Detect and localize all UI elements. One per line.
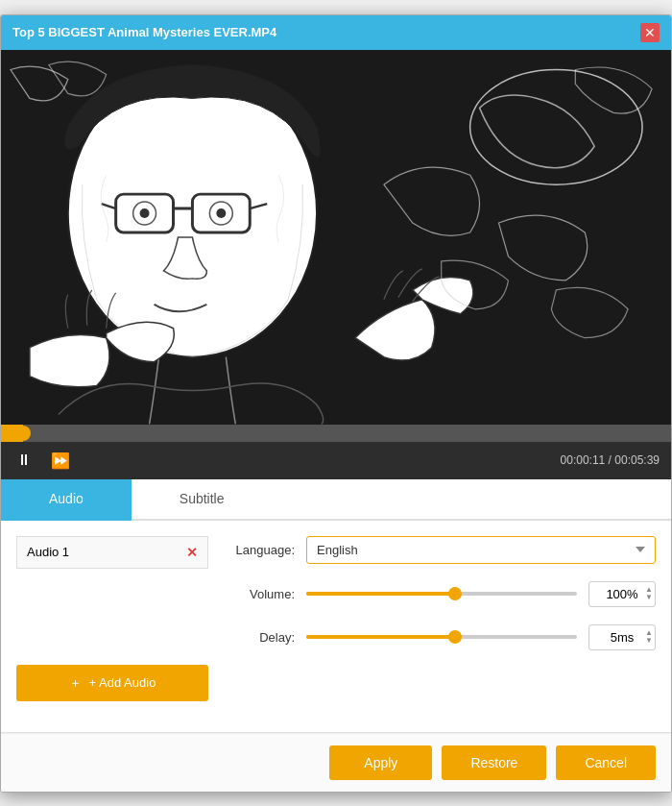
list-item: Audio 1 ✕ [16,536,208,569]
footer-buttons: Apply Restore Cancel [1,733,671,792]
delay-spinner-arrows: ▲ ▼ [645,629,653,645]
plus-icon: ＋ [69,674,82,692]
volume-slider-track [306,592,577,596]
fast-forward-icon: ⏩ [51,452,70,470]
volume-slider-fill [306,592,455,596]
tabs-section: Audio Subtitle [1,479,671,521]
add-audio-button[interactable]: ＋ + Add Audio [16,665,208,701]
fast-forward-button[interactable]: ⏩ [47,450,74,472]
content-area: Audio 1 ✕ ＋ + Add Audio Language: Englis… [1,521,671,732]
delay-slider-fill [306,635,455,639]
delay-slider-container[interactable] [306,627,577,647]
delay-slider-track [306,635,577,639]
volume-spinner-wrapper: ▲ ▼ [588,581,656,607]
volume-row: Volume: ▲ ▼ [228,581,656,607]
player-controls: ⏸ ⏩ 00:00:11 / 00:05:39 [1,425,671,479]
window-title: Top 5 BIGGEST Animal Mysteries EVER.MP4 [12,25,276,39]
volume-label: Volume: [228,587,295,601]
controls-left: ⏸ ⏩ [12,450,74,472]
time-display: 00:00:11 / 00:05:39 [561,453,660,467]
volume-down-arrow[interactable]: ▼ [645,594,653,601]
tab-subtitle[interactable]: Subtitle [132,479,273,521]
volume-slider-container[interactable] [306,584,577,603]
current-time: 00:00:11 [561,453,606,467]
progress-thumb[interactable] [15,426,31,441]
add-audio-label: + Add Audio [89,675,156,690]
total-time: 00:05:39 [614,453,660,467]
title-bar: Top 5 BIGGEST Animal Mysteries EVER.MP4 … [1,15,671,50]
main-window: Top 5 BIGGEST Animal Mysteries EVER.MP4 … [0,14,672,793]
remove-audio-button[interactable]: ✕ [186,545,198,560]
svg-point-11 [216,208,226,218]
close-button[interactable]: ✕ [640,23,660,42]
language-row: Language: English French Spanish German … [228,536,656,564]
video-area [1,50,671,425]
delay-row: Delay: ▲ ▼ [228,624,656,650]
language-label: Language: [228,543,295,557]
apply-button[interactable]: Apply [329,745,432,780]
video-sketch [1,50,671,425]
progress-bar[interactable] [1,425,671,442]
play-pause-button[interactable]: ⏸ [12,450,36,471]
volume-spinner-arrows: ▲ ▼ [645,586,653,601]
play-pause-icon: ⏸ [16,452,32,469]
delay-label: Delay: [228,630,295,645]
delay-down-arrow[interactable]: ▼ [645,637,653,645]
delay-spinner-wrapper: ▲ ▼ [588,624,656,650]
restore-button[interactable]: Restore [442,745,546,780]
cancel-button[interactable]: Cancel [556,745,656,780]
language-select[interactable]: English French Spanish German Chinese Ja… [306,536,656,564]
delay-slider-thumb[interactable] [448,630,462,644]
svg-point-10 [140,208,150,218]
volume-slider-thumb[interactable] [448,587,462,600]
audio-list-panel: Audio 1 ✕ ＋ + Add Audio [16,536,208,717]
audio-item-label: Audio 1 [27,545,69,559]
tab-audio[interactable]: Audio [1,479,132,521]
controls-row: ⏸ ⏩ 00:00:11 / 00:05:39 [1,442,671,479]
settings-panel: Language: English French Spanish German … [228,536,656,717]
